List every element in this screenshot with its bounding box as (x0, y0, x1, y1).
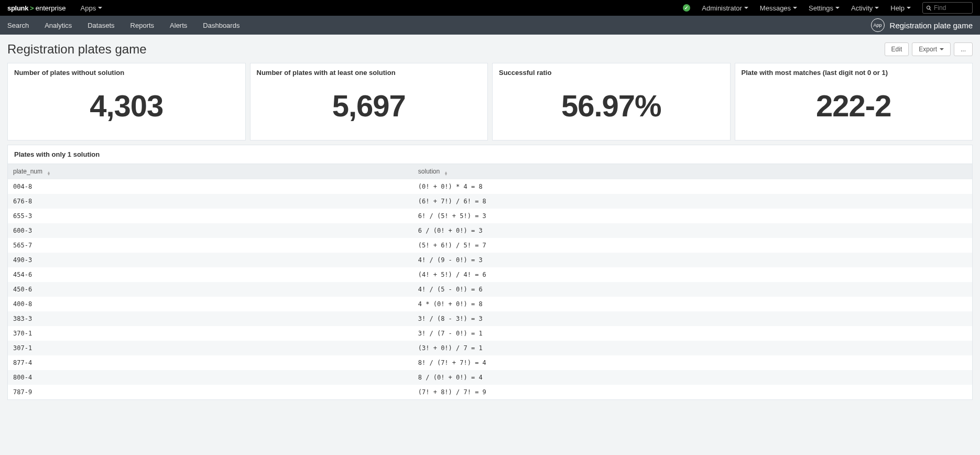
cell-solution: 6! / (5! + 5!) = 3 (413, 209, 972, 223)
table-row[interactable]: 787-9(7! + 8!) / 7! = 9 (8, 385, 972, 399)
chevron-down-icon (940, 48, 944, 50)
table-title: Plates with only 1 solution (8, 145, 972, 164)
app-icon[interactable]: App (871, 18, 885, 32)
cell-plate-num: 676-8 (8, 194, 413, 209)
table-row[interactable]: 800-48 / (0! + 0!) = 4 (8, 370, 972, 385)
nav-item-dashboards[interactable]: Dashboards (203, 21, 239, 29)
chevron-down-icon (793, 7, 797, 9)
single-value-panel[interactable]: Plate with most matches (last digit not … (735, 63, 973, 140)
nav-item-datasets[interactable]: Datasets (88, 21, 114, 29)
panel-title: Successful ratio (493, 63, 730, 79)
cell-plate-num: 370-1 (8, 326, 413, 341)
cell-solution: 8 / (0! + 0!) = 4 (413, 370, 972, 385)
panel-title: Number of plates without solution (8, 63, 245, 79)
cell-plate-num: 490-3 (8, 253, 413, 267)
single-value-panel[interactable]: Number of plates with at least one solut… (250, 63, 488, 140)
panel-value: 5,697 (251, 79, 488, 140)
table-row[interactable]: 655-36! / (5! + 5!) = 3 (8, 209, 972, 223)
table-row[interactable]: 490-34! / (9 - 0!) = 3 (8, 253, 972, 267)
cell-plate-num: 800-4 (8, 370, 413, 385)
table-panel: Plates with only 1 solution plate_num ▲▼… (7, 145, 973, 400)
chevron-down-icon (907, 7, 911, 9)
table-row[interactable]: 383-33! / (8 - 3!) = 3 (8, 311, 972, 326)
panel-title: Number of plates with at least one solut… (251, 63, 488, 79)
app-name: Registration plate game (890, 21, 973, 30)
cell-solution: (7! + 8!) / 7! = 9 (413, 385, 972, 399)
table-row[interactable]: 565-7(5! + 6!) / 5! = 7 (8, 238, 972, 253)
panel-value: 222-2 (735, 79, 973, 140)
table-row[interactable]: 454-6(4! + 5!) / 4! = 6 (8, 267, 972, 282)
help-menu[interactable]: Help (890, 4, 911, 12)
nav-items: SearchAnalyticsDatasetsReportsAlertsDash… (7, 21, 255, 29)
settings-menu[interactable]: Settings (809, 4, 840, 12)
cell-plate-num: 400-8 (8, 297, 413, 311)
table-row[interactable]: 450-64! / (5 - 0!) = 6 (8, 282, 972, 297)
cell-plate-num: 307-1 (8, 341, 413, 355)
cell-solution: 4 * (0! + 0!) = 8 (413, 297, 972, 311)
table-row[interactable]: 877-48! / (7! + 7!) = 4 (8, 355, 972, 370)
cell-solution: 8! / (7! + 7!) = 4 (413, 355, 972, 370)
sort-icon: ▲▼ (444, 171, 448, 176)
table-row[interactable]: 600-36 / (0! + 0!) = 3 (8, 223, 972, 238)
nav-item-reports[interactable]: Reports (130, 21, 155, 29)
chevron-down-icon (744, 7, 748, 9)
cell-plate-num: 450-6 (8, 282, 413, 297)
cell-solution: (5! + 6!) / 5! = 7 (413, 238, 972, 253)
single-value-panels: Number of plates without solution4,303Nu… (0, 63, 980, 140)
splunk-logo[interactable]: splunk > enterprise (7, 4, 66, 12)
apps-menu[interactable]: Apps (81, 4, 103, 12)
cell-plate-num: 383-3 (8, 311, 413, 326)
nav-item-alerts[interactable]: Alerts (170, 21, 187, 29)
activity-label: Activity (851, 4, 873, 12)
page-title: Registration plates game (7, 42, 146, 57)
status-ok-icon[interactable] (683, 4, 690, 12)
table-row[interactable]: 400-84 * (0! + 0!) = 8 (8, 297, 972, 311)
messages-menu[interactable]: Messages (760, 4, 797, 12)
find-box[interactable] (922, 2, 973, 14)
settings-label: Settings (809, 4, 833, 12)
administrator-label: Administrator (702, 4, 742, 12)
sort-icon: ▲▼ (47, 171, 50, 176)
cell-solution: 6 / (0! + 0!) = 3 (413, 223, 972, 238)
topbar: splunk > enterprise Apps Administrator M… (0, 0, 980, 16)
cell-solution: 3! / (8 - 3!) = 3 (413, 311, 972, 326)
single-value-panel[interactable]: Number of plates without solution4,303 (7, 63, 246, 140)
administrator-menu[interactable]: Administrator (702, 4, 748, 12)
cell-solution: (6! + 7!) / 6! = 8 (413, 194, 972, 209)
cell-plate-num: 600-3 (8, 223, 413, 238)
single-value-panel[interactable]: Successful ratio56.97% (492, 63, 731, 140)
edit-button[interactable]: Edit (885, 42, 909, 56)
col-solution[interactable]: solution ▲▼ (413, 164, 972, 180)
activity-menu[interactable]: Activity (851, 4, 879, 12)
table-row[interactable]: 307-1(3! + 0!) / 7 = 1 (8, 341, 972, 355)
table-row[interactable]: 676-8(6! + 7!) / 6! = 8 (8, 194, 972, 209)
cell-solution: 4! / (5 - 0!) = 6 (413, 282, 972, 297)
cell-plate-num: 454-6 (8, 267, 413, 282)
nav-item-search[interactable]: Search (7, 21, 29, 29)
search-icon (926, 5, 932, 11)
find-input[interactable] (934, 4, 969, 12)
cell-solution: (3! + 0!) / 7 = 1 (413, 341, 972, 355)
logo-caret-icon: > (30, 4, 34, 12)
cell-plate-num: 655-3 (8, 209, 413, 223)
nav-item-analytics[interactable]: Analytics (45, 21, 72, 29)
table-row[interactable]: 370-13! / (7 - 0!) = 1 (8, 326, 972, 341)
app-navbar: SearchAnalyticsDatasetsReportsAlertsDash… (0, 16, 980, 35)
cell-plate-num: 787-9 (8, 385, 413, 399)
col-plate-num[interactable]: plate_num ▲▼ (8, 164, 413, 180)
panel-value: 4,303 (8, 79, 245, 140)
page-header: Registration plates game Edit Export ... (0, 35, 980, 63)
cell-plate-num: 565-7 (8, 238, 413, 253)
cell-plate-num: 004-8 (8, 179, 413, 194)
chevron-down-icon (835, 7, 840, 9)
apps-label: Apps (81, 4, 96, 12)
results-table: plate_num ▲▼ solution ▲▼ 004-8(0! + 0!) … (8, 164, 972, 399)
panel-value: 56.97% (493, 79, 730, 140)
export-button[interactable]: Export (912, 42, 951, 56)
help-label: Help (890, 4, 905, 12)
more-button[interactable]: ... (954, 42, 973, 56)
cell-solution: (0! + 0!) * 4 = 8 (413, 179, 972, 194)
table-row[interactable]: 004-8(0! + 0!) * 4 = 8 (8, 179, 972, 194)
panel-title: Plate with most matches (last digit not … (735, 63, 973, 79)
cell-plate-num: 877-4 (8, 355, 413, 370)
